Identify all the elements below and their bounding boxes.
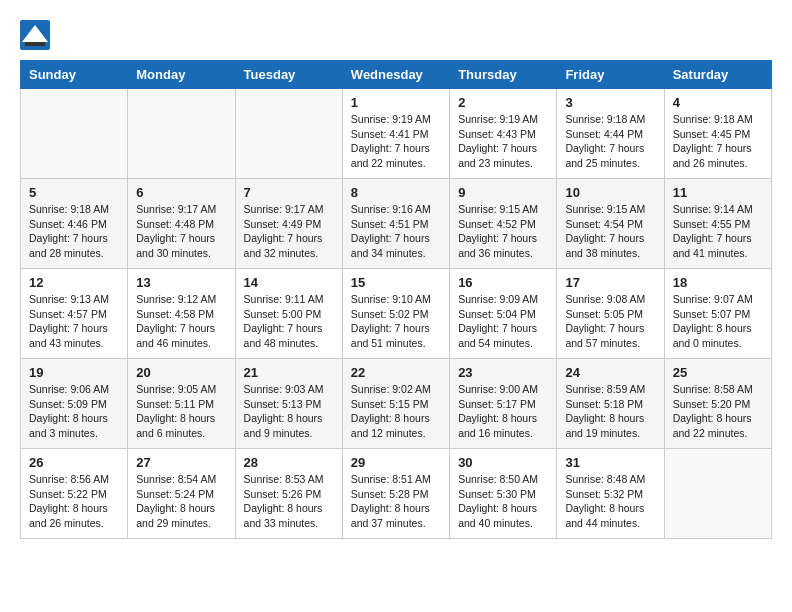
calendar-cell: 26Sunrise: 8:56 AM Sunset: 5:22 PM Dayli… — [21, 449, 128, 539]
calendar-cell: 14Sunrise: 9:11 AM Sunset: 5:00 PM Dayli… — [235, 269, 342, 359]
calendar-cell — [664, 449, 771, 539]
calendar-cell: 2Sunrise: 9:19 AM Sunset: 4:43 PM Daylig… — [450, 89, 557, 179]
day-info: Sunrise: 9:19 AM Sunset: 4:41 PM Dayligh… — [351, 112, 441, 171]
calendar-cell: 23Sunrise: 9:00 AM Sunset: 5:17 PM Dayli… — [450, 359, 557, 449]
calendar-cell: 5Sunrise: 9:18 AM Sunset: 4:46 PM Daylig… — [21, 179, 128, 269]
day-info: Sunrise: 8:51 AM Sunset: 5:28 PM Dayligh… — [351, 472, 441, 531]
svg-rect-2 — [25, 42, 45, 46]
day-info: Sunrise: 9:18 AM Sunset: 4:44 PM Dayligh… — [565, 112, 655, 171]
calendar-cell: 16Sunrise: 9:09 AM Sunset: 5:04 PM Dayli… — [450, 269, 557, 359]
calendar-header-row: SundayMondayTuesdayWednesdayThursdayFrid… — [21, 61, 772, 89]
logo-icon — [20, 20, 44, 44]
day-number: 14 — [244, 275, 334, 290]
calendar-week-row: 1Sunrise: 9:19 AM Sunset: 4:41 PM Daylig… — [21, 89, 772, 179]
day-info: Sunrise: 8:48 AM Sunset: 5:32 PM Dayligh… — [565, 472, 655, 531]
day-info: Sunrise: 8:56 AM Sunset: 5:22 PM Dayligh… — [29, 472, 119, 531]
day-number: 9 — [458, 185, 548, 200]
day-info: Sunrise: 9:06 AM Sunset: 5:09 PM Dayligh… — [29, 382, 119, 441]
day-info: Sunrise: 8:53 AM Sunset: 5:26 PM Dayligh… — [244, 472, 334, 531]
day-info: Sunrise: 9:05 AM Sunset: 5:11 PM Dayligh… — [136, 382, 226, 441]
day-number: 28 — [244, 455, 334, 470]
calendar-header-saturday: Saturday — [664, 61, 771, 89]
calendar-cell: 30Sunrise: 8:50 AM Sunset: 5:30 PM Dayli… — [450, 449, 557, 539]
calendar-cell: 18Sunrise: 9:07 AM Sunset: 5:07 PM Dayli… — [664, 269, 771, 359]
calendar-cell: 4Sunrise: 9:18 AM Sunset: 4:45 PM Daylig… — [664, 89, 771, 179]
day-info: Sunrise: 9:13 AM Sunset: 4:57 PM Dayligh… — [29, 292, 119, 351]
day-number: 18 — [673, 275, 763, 290]
calendar-cell: 6Sunrise: 9:17 AM Sunset: 4:48 PM Daylig… — [128, 179, 235, 269]
day-number: 16 — [458, 275, 548, 290]
calendar-week-row: 19Sunrise: 9:06 AM Sunset: 5:09 PM Dayli… — [21, 359, 772, 449]
day-number: 23 — [458, 365, 548, 380]
day-info: Sunrise: 9:14 AM Sunset: 4:55 PM Dayligh… — [673, 202, 763, 261]
day-info: Sunrise: 8:58 AM Sunset: 5:20 PM Dayligh… — [673, 382, 763, 441]
day-number: 27 — [136, 455, 226, 470]
calendar-cell — [21, 89, 128, 179]
day-info: Sunrise: 9:19 AM Sunset: 4:43 PM Dayligh… — [458, 112, 548, 171]
calendar-header-wednesday: Wednesday — [342, 61, 449, 89]
day-info: Sunrise: 9:15 AM Sunset: 4:52 PM Dayligh… — [458, 202, 548, 261]
day-number: 12 — [29, 275, 119, 290]
calendar-cell: 20Sunrise: 9:05 AM Sunset: 5:11 PM Dayli… — [128, 359, 235, 449]
day-info: Sunrise: 9:17 AM Sunset: 4:49 PM Dayligh… — [244, 202, 334, 261]
calendar-header-sunday: Sunday — [21, 61, 128, 89]
calendar-cell: 21Sunrise: 9:03 AM Sunset: 5:13 PM Dayli… — [235, 359, 342, 449]
day-info: Sunrise: 9:03 AM Sunset: 5:13 PM Dayligh… — [244, 382, 334, 441]
calendar-cell — [128, 89, 235, 179]
day-info: Sunrise: 8:54 AM Sunset: 5:24 PM Dayligh… — [136, 472, 226, 531]
calendar-cell: 10Sunrise: 9:15 AM Sunset: 4:54 PM Dayli… — [557, 179, 664, 269]
day-number: 19 — [29, 365, 119, 380]
day-number: 7 — [244, 185, 334, 200]
page-header — [20, 20, 772, 44]
calendar-cell: 13Sunrise: 9:12 AM Sunset: 4:58 PM Dayli… — [128, 269, 235, 359]
day-info: Sunrise: 9:18 AM Sunset: 4:45 PM Dayligh… — [673, 112, 763, 171]
day-number: 1 — [351, 95, 441, 110]
day-number: 20 — [136, 365, 226, 380]
calendar-cell: 12Sunrise: 9:13 AM Sunset: 4:57 PM Dayli… — [21, 269, 128, 359]
day-number: 15 — [351, 275, 441, 290]
day-number: 8 — [351, 185, 441, 200]
day-number: 26 — [29, 455, 119, 470]
day-info: Sunrise: 9:00 AM Sunset: 5:17 PM Dayligh… — [458, 382, 548, 441]
day-info: Sunrise: 9:02 AM Sunset: 5:15 PM Dayligh… — [351, 382, 441, 441]
day-number: 17 — [565, 275, 655, 290]
calendar-cell: 3Sunrise: 9:18 AM Sunset: 4:44 PM Daylig… — [557, 89, 664, 179]
day-number: 25 — [673, 365, 763, 380]
calendar-cell: 28Sunrise: 8:53 AM Sunset: 5:26 PM Dayli… — [235, 449, 342, 539]
calendar-table: SundayMondayTuesdayWednesdayThursdayFrid… — [20, 60, 772, 539]
calendar-week-row: 12Sunrise: 9:13 AM Sunset: 4:57 PM Dayli… — [21, 269, 772, 359]
day-number: 10 — [565, 185, 655, 200]
calendar-week-row: 5Sunrise: 9:18 AM Sunset: 4:46 PM Daylig… — [21, 179, 772, 269]
day-info: Sunrise: 8:59 AM Sunset: 5:18 PM Dayligh… — [565, 382, 655, 441]
calendar-cell: 17Sunrise: 9:08 AM Sunset: 5:05 PM Dayli… — [557, 269, 664, 359]
calendar-header-monday: Monday — [128, 61, 235, 89]
day-info: Sunrise: 9:17 AM Sunset: 4:48 PM Dayligh… — [136, 202, 226, 261]
day-number: 29 — [351, 455, 441, 470]
calendar-header-tuesday: Tuesday — [235, 61, 342, 89]
day-number: 31 — [565, 455, 655, 470]
calendar-cell: 24Sunrise: 8:59 AM Sunset: 5:18 PM Dayli… — [557, 359, 664, 449]
calendar-header-thursday: Thursday — [450, 61, 557, 89]
day-info: Sunrise: 9:12 AM Sunset: 4:58 PM Dayligh… — [136, 292, 226, 351]
day-number: 6 — [136, 185, 226, 200]
calendar-cell: 1Sunrise: 9:19 AM Sunset: 4:41 PM Daylig… — [342, 89, 449, 179]
logo — [20, 20, 48, 44]
calendar-header-friday: Friday — [557, 61, 664, 89]
calendar-cell: 8Sunrise: 9:16 AM Sunset: 4:51 PM Daylig… — [342, 179, 449, 269]
day-info: Sunrise: 9:16 AM Sunset: 4:51 PM Dayligh… — [351, 202, 441, 261]
calendar-cell — [235, 89, 342, 179]
day-number: 3 — [565, 95, 655, 110]
day-number: 24 — [565, 365, 655, 380]
calendar-cell: 29Sunrise: 8:51 AM Sunset: 5:28 PM Dayli… — [342, 449, 449, 539]
day-number: 21 — [244, 365, 334, 380]
calendar-cell: 19Sunrise: 9:06 AM Sunset: 5:09 PM Dayli… — [21, 359, 128, 449]
day-number: 5 — [29, 185, 119, 200]
day-number: 11 — [673, 185, 763, 200]
calendar-cell: 25Sunrise: 8:58 AM Sunset: 5:20 PM Dayli… — [664, 359, 771, 449]
calendar-cell: 7Sunrise: 9:17 AM Sunset: 4:49 PM Daylig… — [235, 179, 342, 269]
day-number: 2 — [458, 95, 548, 110]
calendar-cell: 31Sunrise: 8:48 AM Sunset: 5:32 PM Dayli… — [557, 449, 664, 539]
day-info: Sunrise: 8:50 AM Sunset: 5:30 PM Dayligh… — [458, 472, 548, 531]
day-number: 4 — [673, 95, 763, 110]
day-number: 30 — [458, 455, 548, 470]
